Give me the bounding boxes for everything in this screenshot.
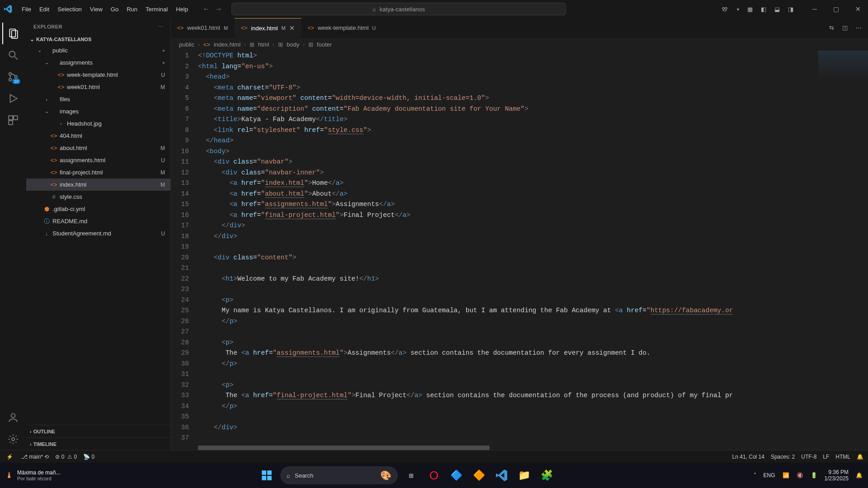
tree-item[interactable]: <>index.htmlM <box>26 178 170 191</box>
problems[interactable]: ⊘ 0 ⚠ 0 <box>55 454 77 460</box>
horizontal-scrollbar[interactable] <box>198 446 490 450</box>
remote-icon[interactable]: ⚡ <box>5 454 15 460</box>
nav-forward-icon[interactable]: → <box>215 5 222 13</box>
close-icon[interactable]: ✕ <box>289 24 295 32</box>
tree-item[interactable]: ▫Headshot.jpg <box>26 117 170 130</box>
encoding[interactable]: UTF-8 <box>801 454 816 460</box>
project-folder-header[interactable]: ⌄ KATYA-CASTELLANOS <box>26 35 170 43</box>
maximize-icon[interactable]: ▢ <box>830 4 843 14</box>
tree-item[interactable]: <>week01.htmlM <box>26 81 170 93</box>
tree-item[interactable]: ⌄assignments● <box>26 56 170 69</box>
minimap[interactable] <box>818 51 868 100</box>
close-icon[interactable]: ✕ <box>852 4 864 14</box>
activity-debug-icon[interactable] <box>2 88 24 109</box>
activity-extensions-icon[interactable] <box>2 109 24 131</box>
menu-file[interactable]: File <box>18 4 35 14</box>
file-icon: ⓘ <box>42 217 51 225</box>
tree-item[interactable]: ⌄images <box>26 105 170 117</box>
eol[interactable]: LF <box>823 454 829 460</box>
svg-rect-17 <box>262 476 266 480</box>
menu-selection[interactable]: Selection <box>54 4 85 14</box>
activity-search-icon[interactable] <box>2 44 24 66</box>
ports[interactable]: 📡 0 <box>83 454 94 460</box>
menu-run[interactable]: Run <box>123 4 141 14</box>
tree-item[interactable]: ⬢.gitlab-ci.yml <box>26 203 170 215</box>
timeline-panel-header[interactable]: › TIMELINE <box>26 437 170 450</box>
svg-marker-9 <box>10 94 17 102</box>
activity-settings-icon[interactable] <box>2 428 24 450</box>
taskbar-search-label: Search <box>295 472 313 479</box>
menu-help[interactable]: Help <box>172 4 192 14</box>
language-mode[interactable]: HTML <box>835 454 850 460</box>
clock[interactable]: 9:36 PM 1/23/2025 <box>825 469 849 482</box>
battery-icon[interactable]: 🔋 <box>811 472 817 479</box>
chevron-down-icon[interactable]: ▾ <box>737 7 739 12</box>
file-explorer-icon[interactable]: 📁 <box>515 466 533 484</box>
command-center-search[interactable]: ⌕ katya-castellanos <box>231 3 566 15</box>
breadcrumb-item[interactable]: index.html <box>214 41 241 48</box>
menu-edit[interactable]: Edit <box>36 4 53 14</box>
symbol-icon: ⊞ <box>308 41 313 48</box>
taskbar-search[interactable]: ⌕ Search 🎨 <box>280 466 398 484</box>
volume-icon[interactable]: 🔇 <box>797 472 803 479</box>
code-editor[interactable]: 1234567891011121314151617181920212223242… <box>171 51 868 450</box>
breadcrumb-item[interactable]: body <box>287 41 299 48</box>
panel-left-icon[interactable]: ◧ <box>761 6 766 13</box>
task-view-icon[interactable]: ⊞ <box>402 466 420 484</box>
layout-grid-icon[interactable]: ▦ <box>747 6 753 13</box>
tree-item[interactable]: <>final-project.htmlM <box>26 166 170 178</box>
tray-chevron-icon[interactable]: ˄ <box>754 472 756 479</box>
breadcrumb[interactable]: public›<>index.html›⊞html›⊞body›⊞footer <box>171 38 868 51</box>
breadcrumb-item[interactable]: html <box>258 41 269 48</box>
copilot-icon[interactable] <box>721 5 729 13</box>
tree-item[interactable]: <>week-template.htmlU <box>26 69 170 81</box>
tree-item[interactable]: <>about.htmlM <box>26 142 170 154</box>
panel-bottom-icon[interactable]: ⬓ <box>774 6 780 13</box>
tree-item[interactable]: ⌄public● <box>26 44 170 56</box>
app1-icon[interactable]: 🔷 <box>448 466 466 484</box>
tree-item[interactable]: <>assignments.htmlU <box>26 154 170 166</box>
editor-tab[interactable]: <>index.htmlM✕ <box>235 18 301 38</box>
opera-icon[interactable]: O <box>425 466 443 484</box>
panel-right-icon[interactable]: ◨ <box>788 6 793 13</box>
activity-explorer-icon[interactable] <box>2 23 24 44</box>
outline-panel-header[interactable]: › OUTLINE <box>26 425 170 437</box>
notifications-icon[interactable]: 🔔 <box>856 472 863 479</box>
nav-back-icon[interactable]: ← <box>203 5 210 13</box>
activity-scm-icon[interactable]: 10 <box>2 66 24 88</box>
tree-item[interactable]: #style.css <box>26 191 170 203</box>
indentation[interactable]: Spaces: 2 <box>771 454 795 460</box>
minimize-icon[interactable]: ─ <box>809 4 821 14</box>
editor-tab[interactable]: <>week-template.htmlU <box>302 18 383 38</box>
weather-widget[interactable]: 🌡 Máxima de mañ... Por batir récord <box>5 469 60 481</box>
start-icon[interactable] <box>258 466 276 484</box>
git-branch[interactable]: ⎇ main* ⟲ <box>21 454 49 460</box>
breadcrumb-item[interactable]: footer <box>317 41 332 48</box>
tree-item[interactable]: <>404.html <box>26 130 170 142</box>
language-indicator[interactable]: ENG <box>764 472 775 479</box>
menu-go[interactable]: Go <box>107 4 122 14</box>
tree-item[interactable]: ↓StudentAgreement.mdU <box>26 227 170 239</box>
svg-rect-10 <box>9 116 13 120</box>
vscode-taskbar-icon[interactable] <box>493 466 511 484</box>
compare-icon[interactable]: ⇆ <box>829 24 834 31</box>
notifications-icon[interactable]: 🔔 <box>857 454 863 460</box>
menu-terminal[interactable]: Terminal <box>142 4 171 14</box>
tree-item-label: assignments <box>60 59 160 66</box>
tab-row: <>week01.htmlM<>index.htmlM✕<>week-templ… <box>171 18 868 38</box>
wifi-icon[interactable]: 📶 <box>783 472 789 479</box>
app3-icon[interactable]: 🧩 <box>538 466 556 484</box>
tree-item[interactable]: ›files <box>26 93 170 105</box>
app2-icon[interactable]: 🔶 <box>470 466 488 484</box>
more-icon[interactable]: ⋯ <box>856 24 862 31</box>
activity-account-icon[interactable] <box>2 407 24 428</box>
cursor-position[interactable]: Ln 41, Col 14 <box>732 454 764 460</box>
menu-view[interactable]: View <box>86 4 106 14</box>
editor-tab[interactable]: <>week01.htmlM <box>171 18 235 38</box>
more-icon[interactable]: ⋯ <box>158 24 164 30</box>
status-bar: ⚡ ⎇ main* ⟲ ⊘ 0 ⚠ 0 📡 0 Ln 41, Col 14 Sp… <box>0 450 868 463</box>
tree-item[interactable]: ⓘREADME.md <box>26 215 170 227</box>
code-content[interactable]: <!DOCTYPE html><html lang="en-us"> <head… <box>198 51 868 450</box>
split-editor-icon[interactable]: ◫ <box>842 24 848 31</box>
breadcrumb-item[interactable]: public <box>179 41 194 48</box>
